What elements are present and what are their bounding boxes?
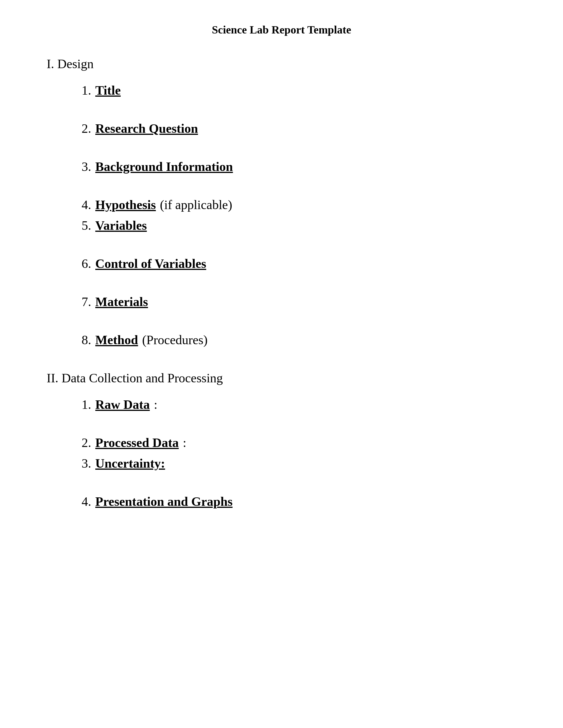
- item-number: 1.: [82, 83, 91, 98]
- section-ii: II. Data Collection and Processing 1. Ra…: [47, 371, 516, 509]
- item-number: 1.: [82, 397, 91, 412]
- item-label-normal: (if applicable): [160, 197, 232, 212]
- item-5-variables: 5. Variables: [82, 218, 516, 233]
- item-4-hypothesis: 4. Hypothesis (if applicable): [82, 197, 516, 212]
- item-number: 7.: [82, 294, 91, 309]
- item-label-normal: :: [183, 435, 186, 450]
- item-number: 5.: [82, 218, 91, 233]
- item-label-bold: Title: [95, 83, 121, 98]
- item-number: 8.: [82, 333, 91, 347]
- item-label-bold: Background Information: [95, 159, 233, 174]
- item-ii-3-uncertainty: 3. Uncertainty:: [82, 456, 516, 471]
- item-label-bold: Uncertainty:: [95, 456, 165, 471]
- item-number: 6.: [82, 256, 91, 271]
- item-number: 2.: [82, 435, 91, 450]
- item-3-background-information: 3. Background Information: [82, 159, 516, 174]
- item-number: 3.: [82, 159, 91, 174]
- item-1-title: 1. Title: [82, 83, 516, 98]
- section-ii-items: 1. Raw Data : 2. Processed Data : 3. Unc…: [82, 397, 516, 509]
- item-number: 4.: [82, 494, 91, 509]
- page-title: Science Lab Report Template: [47, 23, 516, 36]
- item-label-bold: Hypothesis: [95, 197, 156, 212]
- item-8-method: 8. Method (Procedures): [82, 333, 516, 347]
- item-label-bold: Control of Variables: [95, 256, 206, 271]
- item-label-bold: Materials: [95, 294, 148, 309]
- item-ii-2-processed-data: 2. Processed Data :: [82, 435, 516, 450]
- item-label-bold: Research Question: [95, 121, 198, 136]
- item-ii-4-presentation-and-graphs: 4. Presentation and Graphs: [82, 494, 516, 509]
- item-label-normal: :: [154, 397, 157, 412]
- item-label-bold: Variables: [95, 218, 147, 233]
- section-ii-heading: II. Data Collection and Processing: [47, 371, 516, 386]
- item-number: 4.: [82, 197, 91, 212]
- item-7-materials: 7. Materials: [82, 294, 516, 309]
- item-label-bold: Presentation and Graphs: [95, 494, 232, 509]
- item-number: 2.: [82, 121, 91, 136]
- item-ii-1-raw-data: 1. Raw Data :: [82, 397, 516, 412]
- item-label-bold: Processed Data: [95, 435, 179, 450]
- item-label-bold: Raw Data: [95, 397, 150, 412]
- section-i: I. Design 1. Title 2. Research Question …: [47, 56, 516, 347]
- item-label-normal: (Procedures): [142, 333, 208, 347]
- item-6-control-of-variables: 6. Control of Variables: [82, 256, 516, 271]
- section-i-heading: I. Design: [47, 56, 516, 71]
- item-label-bold: Method: [95, 333, 138, 347]
- item-number: 3.: [82, 456, 91, 471]
- section-i-items: 1. Title 2. Research Question 3. Backgro…: [82, 83, 516, 347]
- item-2-research-question: 2. Research Question: [82, 121, 516, 136]
